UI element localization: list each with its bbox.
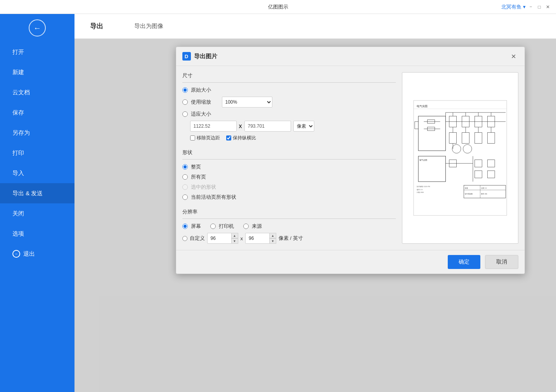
size-section-title: 尺寸 (182, 72, 396, 79)
width-input[interactable] (190, 121, 237, 132)
sidebar-item-open[interactable]: 打开 (0, 42, 74, 62)
sidebar-back-area: ← (0, 14, 74, 42)
custom-x-spinner: ▲ ▼ (207, 233, 238, 244)
sidebar-item-cloud[interactable]: 云文档 (0, 82, 74, 102)
full-page-radio[interactable] (182, 164, 188, 170)
custom-x-up[interactable]: ▲ (231, 233, 238, 238)
dialog-header: D 导出图片 ✕ (176, 47, 525, 66)
current-page-shapes-radio[interactable] (182, 194, 188, 200)
original-size-label[interactable]: 原始大小 (191, 87, 211, 94)
scale-select[interactable]: 100% (222, 97, 272, 108)
sidebar-item-print[interactable]: 打印 (0, 143, 74, 163)
screen-radio[interactable] (182, 224, 188, 229)
original-size-radio[interactable] (182, 87, 188, 93)
content-subtitle: 导出为图像 (134, 23, 163, 30)
svg-text:比例 1:1: 比例 1:1 (481, 187, 487, 189)
source-radio[interactable] (243, 224, 249, 229)
svg-text:电气实图: 电气实图 (416, 105, 427, 108)
source-label[interactable]: 来源 (252, 223, 262, 230)
maximize-button[interactable]: □ (536, 3, 543, 10)
username: 北冥有鱼 (501, 3, 521, 10)
content-area: 导出 导出为图像 D 导出图片 ✕ (74, 14, 556, 392)
all-pages-row: 所有页 (182, 173, 396, 180)
printer-radio[interactable] (210, 224, 216, 229)
sidebar-item-save[interactable]: 保存 (0, 102, 74, 123)
full-page-row: 整页 (182, 163, 396, 170)
printer-label[interactable]: 打印机 (219, 223, 234, 230)
confirm-button[interactable]: 确定 (448, 255, 480, 269)
selected-shapes-row: 选中的形状 (182, 184, 396, 191)
user-dropdown-icon: ▾ (523, 4, 526, 10)
height-input[interactable] (244, 121, 291, 132)
minimize-button[interactable]: － (527, 3, 534, 10)
options-label: 选项 (12, 230, 24, 238)
size-radio-group: 原始大小 使用缩放 100% (182, 87, 396, 141)
cloud-label: 云文档 (12, 89, 30, 96)
export-dialog: D 导出图片 ✕ 尺寸 (176, 47, 525, 274)
sidebar-item-options[interactable]: 选项 (0, 224, 74, 244)
svg-rect-0 (414, 101, 507, 215)
app-title: 亿图图示 (268, 3, 288, 10)
custom-y-down[interactable]: ▼ (269, 238, 276, 244)
dialog-footer: 确定 取消 (176, 250, 525, 274)
unit-select[interactable]: 像素 英寸 厘米 (293, 121, 314, 132)
sidebar-item-close[interactable]: 关闭 (0, 203, 74, 224)
resolution-unit-label: 像素 / 英寸 (279, 235, 303, 242)
selected-shapes-radio[interactable] (182, 184, 188, 190)
remove-margin-label[interactable]: 移除页边距 (190, 135, 220, 141)
save-label: 保存 (12, 109, 24, 116)
print-label: 打印 (12, 149, 24, 157)
dialog-logo: D (182, 52, 191, 61)
svg-text:技术参数: 1122×793: 技术参数: 1122×793 (416, 186, 430, 187)
selected-shapes-label: 选中的形状 (191, 184, 216, 191)
all-pages-label[interactable]: 所有页 (191, 173, 206, 180)
scale-label[interactable]: 使用缩放 (191, 99, 211, 106)
sidebar: ← 打开 新建 云文档 保存 另存为 打印 导入 导出 & 发送 关闭 (0, 14, 74, 392)
remove-margin-checkbox[interactable] (190, 135, 195, 140)
cancel-button[interactable]: 取消 (485, 255, 518, 269)
open-label: 打开 (12, 49, 24, 56)
screen-res-row: 屏幕 (182, 223, 201, 230)
sidebar-item-new[interactable]: 新建 (0, 62, 74, 82)
sidebar-item-import[interactable]: 导入 (0, 163, 74, 183)
new-label: 新建 (12, 69, 24, 76)
printer-res-row: 打印机 (210, 223, 234, 230)
svg-text:电气系统图: 电气系统图 (465, 193, 473, 195)
fit-radio[interactable] (182, 111, 188, 117)
import-label: 导入 (12, 170, 24, 177)
back-button[interactable]: ← (29, 19, 46, 36)
custom-x-separator: x (241, 236, 243, 241)
title-bar: 亿图图示 北冥有鱼 ▾ － □ ✕ (0, 0, 556, 14)
saveas-label: 另存为 (12, 129, 30, 137)
sidebar-item-saveas[interactable]: 另存为 (0, 123, 74, 143)
sidebar-item-exit[interactable]: － 退出 (0, 244, 74, 264)
preview-inner: 电气实图 (402, 73, 518, 243)
svg-text:标题: 标题 (464, 187, 468, 189)
current-page-shapes-row: 当前活动页所有形状 (182, 194, 396, 201)
close-app-button[interactable]: ✕ (544, 3, 551, 10)
custom-y-up[interactable]: ▲ (269, 233, 276, 238)
size-inputs-row: x 像素 英寸 厘米 (190, 121, 396, 132)
circuit-diagram: 电气实图 (410, 100, 511, 216)
custom-label[interactable]: 自定义 (190, 235, 205, 242)
screen-label[interactable]: 屏幕 (191, 223, 201, 230)
export-label: 导出 & 发送 (12, 190, 43, 197)
scale-row: 使用缩放 100% (182, 97, 396, 108)
keep-ratio-label[interactable]: 保持纵横比 (226, 135, 256, 141)
user-menu[interactable]: 北冥有鱼 ▾ (501, 3, 526, 10)
keep-ratio-checkbox[interactable] (226, 135, 231, 140)
fit-label[interactable]: 适应大小 (191, 111, 211, 118)
custom-x-down[interactable]: ▼ (231, 238, 238, 244)
full-page-label[interactable]: 整页 (191, 163, 201, 170)
size-section: 尺寸 原始大小 使用缩放 (182, 72, 396, 141)
custom-radio[interactable] (182, 236, 187, 241)
content-header: 导出 导出为图像 (74, 14, 556, 39)
shape-radio-group: 整页 所有页 选中的形状 (182, 163, 396, 201)
all-pages-radio[interactable] (182, 174, 188, 180)
current-page-shapes-label[interactable]: 当前活动页所有形状 (191, 194, 236, 201)
dialog-close-button[interactable]: ✕ (509, 52, 518, 61)
scale-radio[interactable] (182, 99, 188, 105)
resolution-section: 分辨率 屏幕 打印机 (182, 208, 396, 244)
sidebar-item-export[interactable]: 导出 & 发送 (0, 183, 74, 203)
resolution-radio-row: 屏幕 打印机 来源 (182, 223, 396, 230)
